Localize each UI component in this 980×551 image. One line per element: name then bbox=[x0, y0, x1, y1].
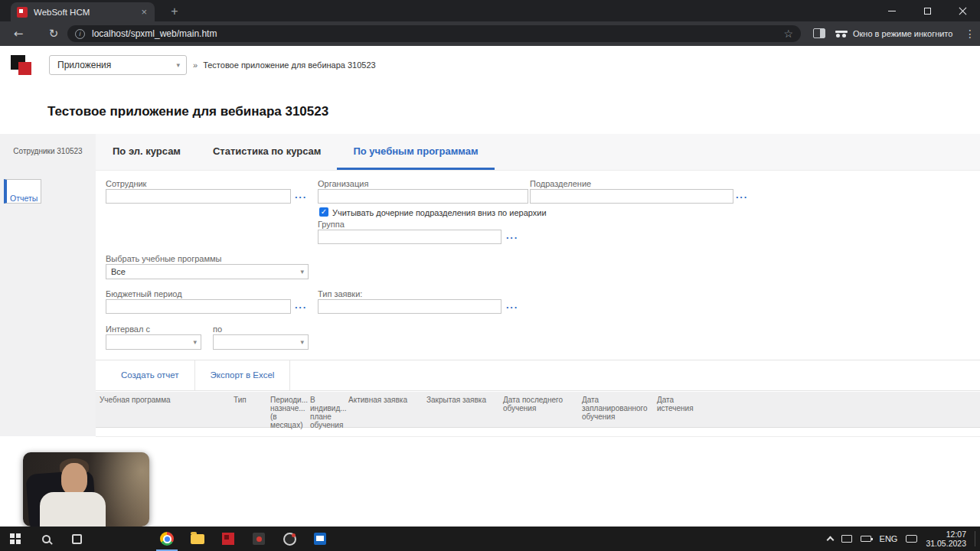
new-tab-button[interactable]: + bbox=[167, 4, 182, 19]
request-type-picker-icon[interactable] bbox=[506, 302, 518, 312]
dark-app-icon bbox=[253, 533, 265, 545]
col-type: Тип bbox=[234, 396, 267, 404]
budget-period-picker-icon[interactable] bbox=[295, 302, 307, 312]
taskbar-explorer-button[interactable] bbox=[182, 527, 213, 551]
programs-label: Выбрать учебные программы bbox=[106, 254, 222, 263]
maximize-icon bbox=[924, 8, 931, 15]
site-info-icon[interactable]: i bbox=[75, 29, 85, 39]
incognito-label: Окно в режиме инкогнито bbox=[853, 21, 952, 46]
start-button[interactable] bbox=[0, 527, 31, 551]
websoft-logo[interactable] bbox=[11, 54, 34, 77]
breadcrumb: » Тестовое приложение для вебинара 31052… bbox=[193, 55, 376, 75]
breadcrumb-separator: » bbox=[193, 60, 198, 70]
taskbar-clock[interactable]: 12:07 31.05.2023 bbox=[926, 530, 966, 549]
language-indicator[interactable]: ENG bbox=[880, 534, 898, 543]
url-text[interactable]: localhost/spxml_web/main.htm bbox=[92, 28, 783, 39]
department-label: Подразделение bbox=[530, 179, 591, 188]
site-favicon-icon bbox=[17, 7, 28, 18]
clock-time: 12:07 bbox=[926, 530, 966, 540]
create-report-button[interactable]: Создать отчет bbox=[106, 360, 195, 390]
col-training-program: Учебная программа bbox=[100, 396, 230, 404]
search-icon bbox=[42, 535, 51, 543]
programs-select[interactable]: Все bbox=[106, 264, 309, 279]
tab-training-programs[interactable]: По учебным программам bbox=[337, 134, 494, 170]
report-tabs: По эл. курсам Статистика по курсам По уч… bbox=[96, 134, 980, 171]
blue-app-icon bbox=[314, 533, 326, 545]
close-button[interactable] bbox=[945, 0, 980, 21]
browser-menu-icon[interactable]: ⋮ bbox=[963, 24, 977, 43]
results-table-header: Учебная программа Тип Периоди... назначе… bbox=[96, 392, 980, 428]
folder-icon bbox=[191, 534, 204, 544]
programs-select-value: Все bbox=[111, 267, 126, 276]
tab-ecourses[interactable]: По эл. курсам bbox=[96, 134, 197, 170]
budget-period-input[interactable] bbox=[106, 299, 291, 314]
browser-titlebar: WebSoft HCM × + bbox=[0, 0, 980, 21]
tab-close-icon[interactable]: × bbox=[139, 5, 149, 18]
actions-toolbar: Создать отчет Экспорт в Excel bbox=[96, 360, 980, 391]
department-input[interactable] bbox=[530, 189, 733, 204]
col-active-request: Активная заявка bbox=[348, 396, 423, 404]
table-body-divider bbox=[96, 436, 980, 437]
group-input[interactable] bbox=[318, 230, 501, 244]
department-picker-icon[interactable] bbox=[736, 192, 748, 202]
media-app-icon bbox=[283, 533, 296, 546]
employee-input[interactable] bbox=[106, 189, 291, 204]
side-panel-icon[interactable] bbox=[813, 28, 825, 38]
minimize-button[interactable] bbox=[874, 0, 910, 21]
organization-input[interactable] bbox=[318, 189, 528, 204]
chevron-down-icon bbox=[300, 335, 304, 349]
interval-to-label: по bbox=[213, 324, 222, 334]
task-view-button[interactable] bbox=[61, 527, 92, 551]
interval-to-select[interactable] bbox=[213, 334, 309, 350]
sidebar: Сотрудники 310523 Отчеты bbox=[0, 134, 96, 436]
applications-select[interactable]: Приложения bbox=[49, 55, 187, 75]
chevron-down-icon bbox=[176, 56, 180, 74]
browser-tab[interactable]: WebSoft HCM × bbox=[11, 2, 155, 21]
sidebar-item-employees[interactable]: Сотрудники 310523 bbox=[0, 134, 96, 168]
interval-from-select[interactable] bbox=[106, 334, 201, 350]
tab-course-stats[interactable]: Статистика по курсам bbox=[197, 134, 337, 170]
export-excel-button[interactable]: Экспорт в Excel bbox=[195, 360, 291, 390]
system-tray: ENG 12:07 31.05.2023 bbox=[828, 527, 975, 551]
group-picker-icon[interactable] bbox=[506, 233, 518, 243]
bookmark-star-icon[interactable]: ☆ bbox=[783, 28, 793, 40]
col-last-training-date: Дата последнего обучения bbox=[503, 396, 578, 412]
taskbar-websoft-button[interactable] bbox=[213, 527, 243, 551]
logo-red-square bbox=[18, 62, 31, 75]
battery-icon[interactable] bbox=[861, 536, 871, 542]
address-bar[interactable]: i localhost/spxml_web/main.htm ☆ bbox=[67, 25, 801, 42]
display-icon[interactable] bbox=[841, 535, 852, 543]
websoft-app-icon bbox=[222, 533, 234, 545]
person-shirt bbox=[40, 492, 106, 527]
sidebar-item-reports[interactable]: Отчеты bbox=[4, 179, 41, 204]
task-view-icon bbox=[72, 534, 82, 544]
taskbar-media-button[interactable] bbox=[274, 527, 305, 551]
col-planned-training-date: Дата запланированного обучения bbox=[582, 396, 654, 421]
tray-expand-icon[interactable] bbox=[826, 536, 834, 544]
webcam-overlay bbox=[23, 452, 149, 527]
taskbar-app-dark-button[interactable] bbox=[243, 527, 274, 551]
taskbar-chrome-button[interactable] bbox=[152, 527, 182, 551]
touch-keyboard-icon[interactable] bbox=[906, 535, 917, 543]
employee-picker-icon[interactable] bbox=[295, 192, 307, 202]
person-head bbox=[61, 463, 87, 495]
breadcrumb-current[interactable]: Тестовое приложение для вебинара 310523 bbox=[203, 60, 376, 70]
col-periodicity: Периоди... назначе... (в месяцах) bbox=[270, 396, 307, 429]
col-expiry-date: Дата истечения bbox=[657, 396, 703, 412]
taskbar-spacer bbox=[92, 527, 152, 551]
reload-icon[interactable]: ↻ bbox=[44, 24, 63, 43]
taskbar-app-blue-button[interactable] bbox=[305, 527, 335, 551]
col-closed-request: Закрытая заявка bbox=[426, 396, 500, 404]
group-label: Группа bbox=[318, 220, 345, 229]
child-departments-label: Учитывать дочерние подразделения вниз по… bbox=[332, 208, 547, 217]
employee-label: Сотрудник bbox=[106, 179, 146, 188]
taskbar-search-button[interactable] bbox=[31, 527, 61, 551]
interval-from-label: Интервал с bbox=[106, 324, 150, 334]
maximize-button[interactable] bbox=[910, 0, 945, 21]
browser-tab-title: WebSoft HCM bbox=[34, 8, 139, 17]
child-departments-checkbox[interactable] bbox=[319, 207, 328, 217]
back-icon[interactable]: ← bbox=[9, 24, 28, 43]
show-desktop-divider[interactable] bbox=[975, 531, 975, 546]
clock-date: 31.05.2023 bbox=[926, 539, 966, 549]
request-type-input[interactable] bbox=[318, 299, 501, 314]
